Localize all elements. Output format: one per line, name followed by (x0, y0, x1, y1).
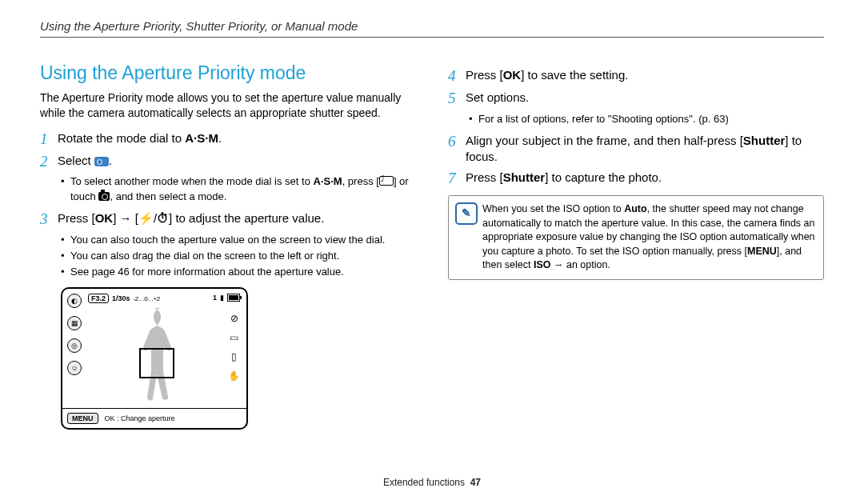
lcd-ev-scale: -2…0…+2 (134, 295, 160, 302)
left-column: Using the Aperture Priority mode The Ape… (40, 62, 416, 430)
lcd-shot-count: 1 (213, 294, 217, 302)
step-text: Rotate the mode dial to A·S·M. (58, 130, 416, 146)
ok-button-glyph: OK (503, 68, 522, 82)
step-number: 2 (40, 153, 58, 170)
step-list-right: 4 Press [OK] to save the setting. 5 Set … (448, 67, 824, 107)
lcd-hint: OK : Change aperture (105, 414, 175, 422)
lcd-top-bar: F3.2 1/30s -2…0…+2 (88, 294, 160, 303)
text: [ (132, 211, 138, 225)
text: Press [ (466, 68, 503, 82)
menu-button-glyph: MENU (747, 246, 777, 257)
step-5-sublist: For a list of options, refer to "Shootin… (469, 112, 824, 126)
step-3: 3 Press [OK] → [⚡/⏱] to adjust the apert… (40, 210, 416, 228)
text: ] to adjust the aperture value. (169, 211, 324, 225)
step-list-left-2: 3 Press [OK] → [⚡/⏱] to adjust the apert… (40, 210, 416, 228)
header-rule (40, 37, 824, 38)
text: , press [ (342, 175, 379, 187)
arrow-icon: → (550, 259, 566, 270)
step-4: 4 Press [OK] to save the setting. (448, 67, 824, 85)
lcd-bottom-bar: MENU OK : Change aperture (62, 408, 246, 428)
sub-bullet: To select another mode when the mode dia… (61, 174, 416, 203)
lcd-mode-icon: ◐ (67, 294, 82, 308)
step-number: 4 (448, 67, 466, 85)
lcd-aperture-value: F3.2 (88, 294, 109, 303)
lcd-left-icons: ◐ ▦ ◎ ☺ (67, 294, 82, 375)
text: To select another mode when the mode dia… (70, 175, 314, 187)
note-icon (455, 202, 478, 225)
running-header: Using the Aperture Priority, Shutter Pri… (40, 19, 824, 33)
text: Select (58, 154, 94, 167)
size-icon: ▭ (230, 332, 238, 343)
step-number: 5 (448, 90, 466, 107)
text: Press [ (466, 170, 503, 184)
step-text: Press [OK] to save the setting. (466, 67, 824, 83)
auto-label: Auto (624, 203, 646, 214)
sub-bullet: You can also drag the dial on the screen… (61, 249, 416, 263)
quality-icon: ▯ (231, 351, 237, 362)
stabilizer-icon: ✋ (228, 370, 240, 382)
step-text: Select . (58, 153, 416, 169)
ok-button-glyph: OK (95, 211, 114, 225)
step-3-sublist: You can also touch the aperture value on… (61, 233, 416, 280)
camera-lcd-illustration: ◐ ▦ ◎ ☺ F3.2 1/30s -2…0…+2 1 ▮ ⊘ ▭ (61, 287, 248, 430)
lcd-top-right: 1 ▮ (213, 294, 240, 302)
shutter-label: Shutter (503, 170, 546, 184)
lcd-menu-button: MENU (67, 413, 98, 424)
aperture-mode-icon (94, 157, 109, 166)
sub-bullet: You can also touch the aperture value on… (61, 233, 416, 247)
text: When you set the ISO option to (482, 203, 624, 214)
iso-label: ISO (534, 259, 551, 270)
info-note: When you set the ISO option to Auto, the… (448, 195, 824, 280)
text: ] to capture the photo. (545, 170, 662, 184)
asm-icon: A·S·M (185, 131, 218, 145)
right-column: 4 Press [OK] to save the setting. 5 Set … (448, 62, 824, 430)
text: Rotate the mode dial to (58, 131, 185, 145)
text: . (109, 154, 112, 167)
focus-frame (139, 348, 174, 378)
page-number: 47 (470, 477, 481, 488)
text: ] (113, 211, 119, 225)
back-icon (379, 176, 394, 186)
sd-card-icon: ▮ (220, 294, 224, 302)
asm-icon: A·S·M (314, 175, 342, 187)
section-title: Using the Aperture Priority mode (40, 62, 416, 84)
step-list-right-2: 6 Align your subject in the frame, and t… (448, 133, 824, 187)
lcd-af-icon: ▦ (67, 316, 82, 330)
step-text: Set options. (466, 90, 824, 106)
step-7: 7 Press [Shutter] to capture the photo. (448, 170, 824, 187)
step-1: 1 Rotate the mode dial to A·S·M. (40, 130, 416, 148)
no-flash-icon: ⊘ (230, 313, 238, 324)
lcd-right-icons: ⊘ ▭ ▯ ✋ (228, 313, 240, 382)
lcd-face-icon: ☺ (67, 361, 82, 375)
sub-bullet: For a list of options, refer to "Shootin… (469, 112, 824, 126)
step-number: 1 (40, 130, 58, 148)
footer-section: Extended functions (383, 477, 465, 488)
camera-icon (98, 192, 110, 201)
text: Press [ (58, 211, 95, 225)
timer-icon: ⏱ (157, 211, 169, 225)
step-number: 3 (40, 210, 58, 228)
text: , and then select a mode. (110, 190, 226, 202)
step-text: Press [Shutter] to capture the photo. (466, 170, 824, 186)
step-text: Press [OK] → [⚡/⏱] to adjust the apertur… (58, 210, 416, 226)
shutter-label: Shutter (743, 134, 786, 147)
step-2: 2 Select . (40, 153, 416, 170)
battery-icon (227, 294, 240, 302)
step-number: 7 (448, 170, 466, 187)
step-list-left: 1 Rotate the mode dial to A·S·M. 2 Selec… (40, 130, 416, 170)
flash-icon: ⚡ (138, 211, 154, 225)
page-footer: Extended functions 47 (0, 477, 864, 488)
step-5: 5 Set options. (448, 90, 824, 107)
step-text: Align your subject in the frame, and the… (466, 133, 824, 166)
text: . (218, 131, 222, 145)
content-columns: Using the Aperture Priority mode The Ape… (40, 62, 824, 430)
lcd-shutter-value: 1/30s (112, 294, 130, 302)
step-2-sublist: To select another mode when the mode dia… (61, 174, 416, 203)
step-6: 6 Align your subject in the frame, and t… (448, 133, 824, 166)
lcd-target-icon: ◎ (67, 338, 82, 353)
section-intro: The Aperture Priority mode allows you to… (40, 90, 416, 121)
text: Align your subject in the frame, and the… (466, 134, 743, 147)
arrow-icon: → (120, 211, 132, 225)
manual-page: Using the Aperture Priority, Shutter Pri… (0, 0, 864, 504)
text: ] to save the setting. (521, 68, 628, 82)
